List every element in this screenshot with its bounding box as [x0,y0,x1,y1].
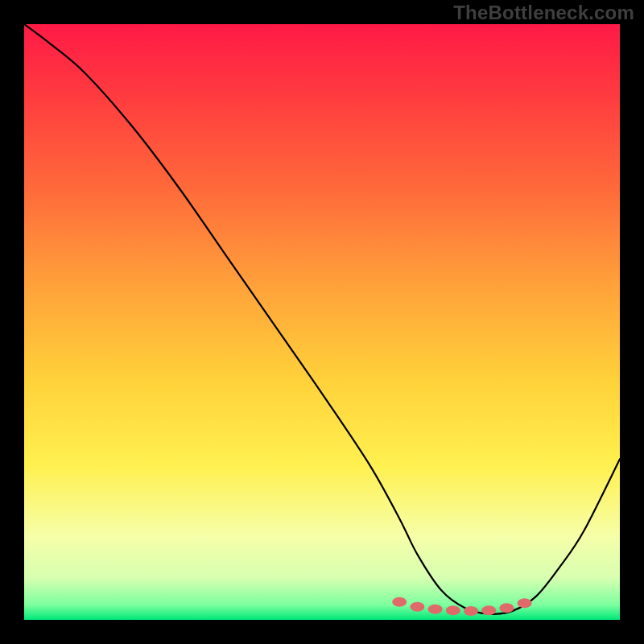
optimum-marker [410,602,424,612]
optimum-marker [446,605,460,615]
optimum-marker [518,598,532,608]
optimum-marker [481,605,496,615]
optimum-marker [499,603,514,613]
plot-area [24,24,620,620]
gradient-background [24,24,620,620]
chart-svg [24,24,620,620]
watermark-label: TheBottleneck.com [453,2,634,24]
optimum-marker [392,597,407,607]
chart-frame: TheBottleneck.com [0,0,644,644]
optimum-marker [464,606,478,616]
optimum-marker [428,605,443,614]
